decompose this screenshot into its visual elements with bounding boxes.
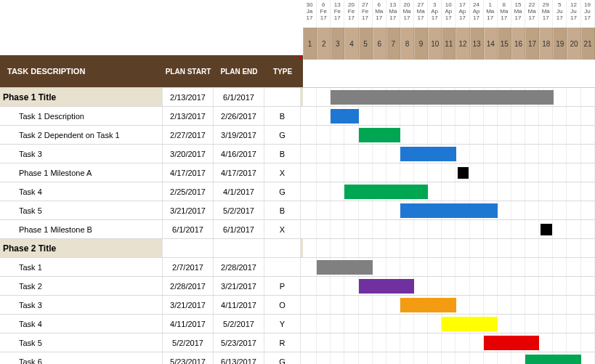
timeline-week-cell: 8: [400, 28, 414, 60]
gantt-bar[interactable]: [442, 317, 498, 331]
task-type: B: [264, 107, 301, 125]
timeline-week-cell: 3: [331, 28, 344, 60]
task-description: Phase 1 Milestone A: [0, 163, 163, 182]
task-row[interactable]: Task 22/28/20173/21/2017P: [0, 277, 595, 296]
timeline-date-cell: 30Ja17: [303, 0, 317, 28]
plan-start: 2/27/2017: [163, 126, 214, 144]
timeline-week-cell: 4: [344, 28, 358, 60]
task-row[interactable]: Phase 1 Milestone B6/1/20176/1/2017X: [0, 220, 595, 239]
timeline-week-cell: 10: [428, 28, 442, 60]
timeline-date-cell: 20Fe17: [344, 0, 358, 28]
milestone-marker[interactable]: [541, 224, 551, 235]
plan-end: 3/19/2017: [214, 126, 264, 144]
task-row[interactable]: Task 65/23/20176/13/2017G: [0, 352, 595, 364]
gantt-bar[interactable]: [400, 203, 498, 218]
task-row[interactable]: Task 55/2/20175/23/2017R: [0, 333, 595, 352]
plan-start: 6/1/2017: [163, 220, 214, 238]
timeline-date-cell: 6Ma17: [373, 0, 386, 28]
plan-start: 5/23/2017: [163, 352, 214, 364]
plan-start: 3/21/2017: [163, 296, 214, 314]
plan-start: 4/11/2017: [163, 315, 214, 333]
gantt-bar[interactable]: [484, 336, 540, 350]
header-task-description: TASK DESCRIPTION: [0, 55, 163, 87]
plan-end: 4/11/2017: [214, 296, 264, 314]
plan-end: 5/23/2017: [214, 333, 264, 352]
plan-end: 3/21/2017: [214, 277, 264, 295]
gantt-bar[interactable]: [344, 185, 428, 199]
timeline-week-cell: 13: [470, 28, 484, 60]
timeline-date-cell: 3Ap17: [428, 0, 442, 28]
task-row[interactable]: Phase 1 Milestone A4/17/20174/17/2017X: [0, 163, 595, 182]
left-pane: TASK DESCRIPTION PLAN START PLAN END TYP…: [0, 0, 303, 87]
timeline-date-cell: 27Fe17: [359, 0, 373, 28]
timeline-date-cell: 12Ju17: [567, 0, 580, 28]
task-row[interactable]: Task 1 Description2/13/20172/26/2017B: [0, 107, 595, 126]
timeline-header: 30Ja176Fe1713Fe1720Fe1727Fe176Ma1713Ma17…: [303, 0, 595, 60]
plan-start: 3/20/2017: [163, 145, 214, 163]
gantt-bar[interactable]: [331, 90, 553, 105]
plan-end: 5/2/2017: [214, 201, 264, 219]
timeline-week-cell: 16: [511, 28, 525, 60]
plan-start: 5/2/2017: [163, 333, 214, 352]
plan-end: [214, 239, 264, 257]
plan-end: 2/28/2017: [214, 258, 264, 276]
plan-end: 6/1/2017: [214, 220, 264, 238]
task-row[interactable]: Task 53/21/20175/2/2017B: [0, 201, 595, 220]
task-type: R: [264, 333, 301, 352]
gantt-bar[interactable]: [400, 298, 456, 312]
gantt-bar[interactable]: [400, 147, 456, 161]
task-type: X: [264, 220, 301, 238]
phase-row[interactable]: Phase 1 Title2/13/20176/1/2017: [0, 88, 595, 107]
timeline-date-cell: 1Ma17: [484, 0, 498, 28]
task-row[interactable]: Task 2 Dependent on Task 12/27/20173/19/…: [0, 126, 595, 145]
task-description: Task 4: [0, 182, 163, 201]
plan-end: 4/16/2017: [214, 145, 264, 163]
timeline-week-cell: 18: [539, 28, 553, 60]
phase-row[interactable]: Phase 2 Title: [0, 239, 595, 258]
task-row[interactable]: Task 33/21/20174/11/2017O: [0, 296, 595, 315]
timeline-date-cell: 6Fe17: [317, 0, 331, 28]
gantt-body: Phase 1 Title2/13/20176/1/2017Task 1 Des…: [0, 88, 595, 364]
task-type: P: [264, 277, 301, 295]
header-type: TYPE: [264, 55, 301, 87]
gantt-bar[interactable]: [331, 109, 358, 124]
milestone-marker[interactable]: [458, 167, 469, 179]
header-plan-end: PLAN END: [214, 55, 264, 87]
task-type: B: [264, 145, 301, 163]
timeline-date-cell: 17Ap17: [456, 0, 469, 28]
task-description: Phase 1 Title: [0, 88, 163, 106]
gantt-bar[interactable]: [317, 260, 373, 275]
plan-start: 2/28/2017: [163, 277, 214, 295]
task-row[interactable]: Task 12/7/20172/28/2017: [0, 258, 595, 277]
gantt-bar[interactable]: [359, 279, 415, 294]
timeline-week-cell: 6: [373, 28, 386, 60]
task-type: O: [264, 296, 301, 314]
plan-end: 4/1/2017: [214, 182, 264, 201]
task-row[interactable]: Task 42/25/20174/1/2017G: [0, 182, 595, 201]
timeline-date-cell: 24Ap17: [470, 0, 484, 28]
timeline-week-cell: 11: [442, 28, 456, 60]
task-description: Task 2: [0, 277, 163, 295]
plan-end: 6/13/2017: [214, 352, 264, 364]
task-type: Y: [264, 315, 301, 333]
timeline-week-cell: 14: [484, 28, 498, 60]
gantt-bar[interactable]: [525, 355, 581, 364]
timeline-date-cell: 13Ma17: [386, 0, 400, 28]
task-row[interactable]: Task 33/20/20174/16/2017B: [0, 145, 595, 163]
timeline-date-cell: 5Ju17: [553, 0, 567, 28]
task-type: G: [264, 126, 301, 144]
plan-start: 2/25/2017: [163, 182, 214, 201]
task-description: Phase 2 Title: [0, 239, 163, 257]
timeline-date-cell: 29Ma17: [539, 0, 553, 28]
timeline-date-cell: 20Ma17: [400, 0, 414, 28]
gantt-container: TASK DESCRIPTION PLAN START PLAN END TYP…: [0, 0, 595, 88]
plan-end: 4/17/2017: [214, 163, 264, 182]
header-plan-start: PLAN START: [163, 55, 214, 87]
task-description: Task 4: [0, 315, 163, 333]
task-type: G: [264, 182, 301, 201]
timeline-date-cell: 13Fe17: [331, 0, 344, 28]
plan-end: 5/2/2017: [214, 315, 264, 333]
task-row[interactable]: Task 44/11/20175/2/2017Y: [0, 315, 595, 333]
left-header: TASK DESCRIPTION PLAN START PLAN END TYP…: [0, 0, 303, 87]
gantt-bar[interactable]: [359, 128, 400, 142]
